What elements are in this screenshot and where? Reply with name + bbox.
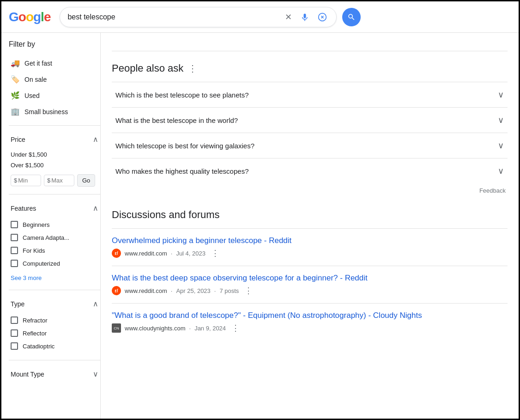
discussion-2-date: Apr 25, 2023: [176, 287, 210, 294]
dollar-sign-max: $: [47, 177, 50, 184]
feature-beginners-label: Beginners: [23, 221, 50, 228]
feature-beginners[interactable]: Beginners: [9, 218, 100, 231]
filter-used-label: Used: [24, 92, 40, 99]
feature-camera-adapta[interactable]: Camera Adapta...: [9, 231, 100, 244]
price-go-button[interactable]: Go: [77, 174, 95, 187]
filter-on-sale-label: On sale: [24, 76, 47, 83]
cloudy-nights-icon: CN: [112, 323, 121, 333]
filter-small-business-label: Small business: [24, 108, 68, 116]
divider-3: [9, 290, 100, 290]
main-content: People also ask ⋮ Which is the best tele…: [101, 33, 519, 420]
price-min-input[interactable]: [18, 177, 38, 184]
discussion-2-separator: ·: [171, 287, 173, 294]
discussion-1-meta: r/ www.reddit.com · Jul 4, 2023 ⋮: [112, 248, 508, 258]
checkbox-catadioptric[interactable]: [11, 342, 18, 350]
discussion-link-3[interactable]: "What is a good brand of telescope?" - E…: [112, 311, 508, 320]
faq-question-3[interactable]: Which telescope is best for viewing gala…: [112, 133, 508, 158]
filter-used[interactable]: 🌿 Used: [9, 87, 100, 103]
logo-l: l: [41, 10, 44, 24]
people-also-ask-title: People also ask: [112, 62, 183, 74]
discussion-2-more-icon[interactable]: ⋮: [244, 286, 253, 296]
reddit-icon-2: r/: [112, 286, 121, 295]
main-layout: Filter by 🚚 Get it fast 🏷️ On sale 🌿 Use…: [1, 33, 519, 420]
checkbox-beginners[interactable]: [11, 221, 18, 228]
price-under-1500[interactable]: Under $1,500: [11, 149, 98, 160]
mount-type-title: Mount Type: [11, 371, 44, 378]
price-section-header[interactable]: Price ∧: [9, 131, 100, 147]
checkbox-for-kids[interactable]: [11, 247, 18, 254]
discussion-2-meta: r/ www.reddit.com · Apr 25, 2023 · 7 pos…: [112, 286, 508, 296]
discussion-1-source: www.reddit.com: [125, 250, 167, 257]
price-max-wrap: $: [44, 175, 74, 186]
checkbox-camera-adapta[interactable]: [11, 234, 18, 241]
logo-o1: o: [18, 10, 26, 24]
search-icons: ✕: [283, 10, 329, 24]
discussion-3-more-icon[interactable]: ⋮: [231, 323, 240, 333]
faq-item-4: Who makes the highest quality telescopes…: [112, 158, 508, 183]
discussions-section: Discussions and forums Overwhelmed picki…: [112, 209, 508, 341]
faq-chevron-down-1-icon: ∨: [498, 90, 504, 100]
feature-camera-adapta-label: Camera Adapta...: [23, 234, 69, 241]
type-section-header[interactable]: Type ∧: [9, 296, 100, 312]
faq-question-2[interactable]: What is the best telescope in the world?…: [112, 108, 508, 133]
building-icon: 🏢: [11, 107, 20, 116]
features-section-header[interactable]: Features ∧: [9, 200, 100, 216]
discussion-item-2: What is the best deep space observing te…: [112, 266, 508, 303]
sidebar: Filter by 🚚 Get it fast 🏷️ On sale 🌿 Use…: [1, 33, 101, 420]
type-chevron-up-icon: ∧: [93, 299, 98, 308]
checkbox-refractor[interactable]: [11, 317, 18, 324]
type-refractor-label: Refractor: [23, 317, 47, 324]
type-title: Type: [11, 300, 24, 308]
search-icon: [347, 13, 356, 21]
dollar-sign-min: $: [14, 177, 17, 184]
faq-item-1: Which is the best telescope to see plane…: [112, 82, 508, 107]
filter-small-business[interactable]: 🏢 Small business: [9, 103, 100, 120]
price-min-wrap: $: [11, 175, 41, 186]
feedback-link[interactable]: Feedback: [112, 183, 508, 198]
price-over-1500[interactable]: Over $1,500: [11, 160, 98, 170]
see-more-features-link[interactable]: See 3 more: [9, 272, 43, 284]
voice-search-button[interactable]: [298, 11, 311, 24]
checkbox-computerized[interactable]: [11, 260, 18, 267]
feature-for-kids-label: For Kids: [23, 247, 45, 254]
filter-on-sale[interactable]: 🏷️ On sale: [9, 71, 100, 87]
more-options-icon[interactable]: ⋮: [188, 63, 197, 74]
discussion-3-source: www.cloudynights.com: [125, 325, 186, 332]
discussion-2-separator-2: ·: [214, 287, 216, 294]
lens-search-button[interactable]: [316, 11, 329, 24]
discussions-heading: Discussions and forums: [112, 209, 508, 221]
discussion-1-more-icon[interactable]: ⋮: [211, 248, 219, 258]
price-title: Price: [11, 136, 25, 143]
logo-g2: g: [33, 10, 41, 24]
discussion-item-1: Overwhelmed picking a beginner telescope…: [112, 228, 508, 266]
faq-question-1[interactable]: Which is the best telescope to see plane…: [112, 82, 508, 107]
reddit-icon-1: r/: [112, 249, 121, 258]
filter-get-it-fast-label: Get it fast: [24, 60, 52, 67]
scrolled-nav: [112, 33, 508, 51]
price-inputs: $ $ Go: [11, 174, 98, 187]
mount-type-section-header[interactable]: Mount Type ∨: [9, 366, 100, 382]
mount-type-chevron-down-icon: ∨: [93, 370, 98, 378]
type-catadioptric-label: Catadioptric: [23, 343, 54, 350]
faq-item-2: What is the best telescope in the world?…: [112, 107, 508, 133]
people-also-ask-section: People also ask ⋮ Which is the best tele…: [112, 62, 508, 198]
faq-question-4-text: Who makes the highest quality telescopes…: [115, 167, 249, 175]
type-catadioptric[interactable]: Catadioptric: [9, 340, 100, 353]
type-refractor[interactable]: Refractor: [9, 314, 100, 327]
price-options: Under $1,500 Over $1,500 $ $ Go: [9, 147, 100, 189]
search-bar: ✕: [60, 7, 337, 27]
faq-chevron-down-3-icon: ∨: [498, 140, 504, 151]
faq-question-4[interactable]: Who makes the highest quality telescopes…: [112, 158, 508, 183]
search-input[interactable]: [67, 13, 283, 21]
discussion-link-1[interactable]: Overwhelmed picking a beginner telescope…: [112, 236, 508, 245]
filter-get-it-fast[interactable]: 🚚 Get it fast: [9, 55, 100, 71]
people-also-ask-heading: People also ask ⋮: [112, 62, 508, 74]
checkbox-reflector[interactable]: [11, 329, 18, 337]
price-max-input[interactable]: [51, 177, 71, 184]
clear-search-button[interactable]: ✕: [283, 10, 294, 24]
feature-computerized[interactable]: Computerized: [9, 257, 100, 270]
feature-for-kids[interactable]: For Kids: [9, 244, 100, 257]
search-submit-button[interactable]: [342, 8, 361, 26]
discussion-link-2[interactable]: What is the best deep space observing te…: [112, 274, 508, 283]
type-reflector[interactable]: Reflector: [9, 327, 100, 340]
